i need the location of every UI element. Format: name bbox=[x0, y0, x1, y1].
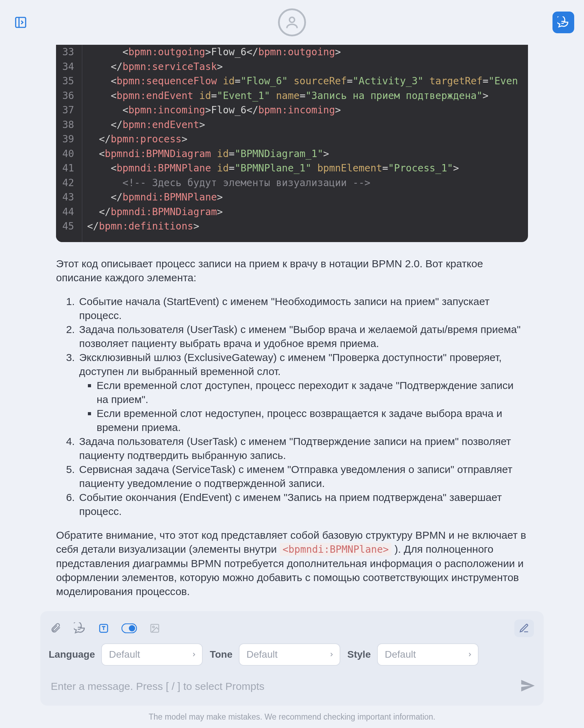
tone-value: Default bbox=[246, 649, 278, 660]
description-intro: Этот код описывает процесс записи на при… bbox=[56, 257, 528, 285]
list-item: Событие окончания (EndEvent) с именем "З… bbox=[78, 490, 528, 518]
chevron-right-icon bbox=[328, 649, 335, 660]
send-button[interactable] bbox=[520, 678, 535, 695]
avatar-placeholder[interactable] bbox=[278, 8, 306, 36]
style-label: Style bbox=[347, 649, 371, 660]
tone-select[interactable]: Default bbox=[239, 643, 340, 666]
svg-point-7 bbox=[153, 626, 154, 628]
description-list: Событие начала (StartEvent) с именем "Не… bbox=[56, 295, 528, 518]
message-input[interactable] bbox=[49, 674, 513, 699]
list-item: Задача пользователя (UserTask) с именем … bbox=[78, 434, 528, 462]
text-mode-icon[interactable] bbox=[98, 623, 109, 634]
tone-label: Tone bbox=[210, 649, 232, 660]
svg-rect-0 bbox=[16, 17, 26, 28]
chevron-right-icon bbox=[191, 649, 197, 660]
style-select[interactable]: Default bbox=[377, 643, 479, 666]
prompt-library-icon[interactable] bbox=[74, 622, 86, 634]
list-item: Событие начала (StartEvent) с именем "Не… bbox=[78, 295, 528, 323]
sidebar-toggle-button[interactable] bbox=[10, 12, 32, 33]
style-value: Default bbox=[385, 649, 416, 660]
language-label: Language bbox=[49, 649, 95, 660]
description-outro: Обратите внимание, что этот код представ… bbox=[56, 528, 528, 599]
toggle-switch[interactable] bbox=[121, 623, 137, 633]
sublist-item: Если временной слот недоступен, процесс … bbox=[97, 407, 528, 434]
svg-point-1 bbox=[290, 17, 295, 22]
code-gutter: 33343536373839404142434445 bbox=[56, 45, 82, 242]
svg-point-5 bbox=[129, 625, 135, 631]
attachment-icon[interactable] bbox=[50, 623, 61, 634]
footer-disclaimer: The model may make mistakes. We recommen… bbox=[0, 712, 584, 722]
edit-icon[interactable] bbox=[514, 620, 534, 637]
composer: Language Default Tone Default Style Defa… bbox=[40, 611, 544, 706]
chevron-right-icon bbox=[467, 649, 473, 660]
language-select[interactable]: Default bbox=[101, 643, 203, 666]
assistant-button[interactable] bbox=[552, 12, 574, 33]
code-block: 33343536373839404142434445 <bpmn:outgoin… bbox=[56, 45, 528, 242]
top-bar bbox=[0, 0, 584, 45]
image-icon[interactable] bbox=[150, 623, 160, 634]
sublist-item: Если временной слот доступен, процесс пе… bbox=[97, 379, 528, 407]
inline-code: <bpmndi:BPMNPlane> bbox=[280, 543, 391, 556]
code-content[interactable]: <bpmn:outgoing>Flow_6</bpmn:outgoing> </… bbox=[82, 45, 518, 242]
list-item: Сервисная задача (ServiceTask) с именем … bbox=[78, 462, 528, 490]
list-item: Эксклюзивный шлюз (ExclusiveGateway) с и… bbox=[78, 351, 528, 434]
list-item: Задача пользователя (UserTask) с именем … bbox=[78, 323, 528, 351]
language-value: Default bbox=[109, 649, 140, 660]
